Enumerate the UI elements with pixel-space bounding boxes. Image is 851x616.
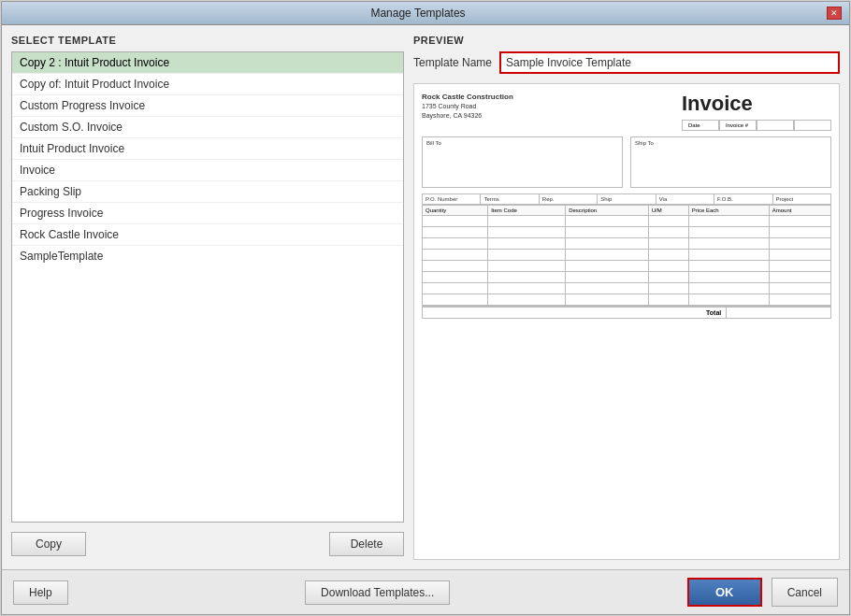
- download-templates-button[interactable]: Download Templates...: [305, 580, 450, 605]
- table-cell: [688, 250, 769, 261]
- close-button[interactable]: ✕: [827, 7, 842, 20]
- table-cell: [688, 238, 769, 250]
- bottom-center: Download Templates...: [305, 580, 450, 605]
- date-cell: Date: [682, 120, 719, 131]
- table-cell: [423, 227, 488, 238]
- table-row: [423, 238, 831, 250]
- template-list-item[interactable]: Invoice: [12, 160, 403, 181]
- right-panel: PREVIEW Template Name Rock Castle Constr…: [413, 35, 840, 560]
- template-name-row: Template Name: [413, 51, 840, 74]
- table-cell: [566, 238, 649, 250]
- table-header-cell: U/M: [648, 206, 688, 216]
- table-cell: [566, 227, 649, 238]
- invoice-title: Invoice: [682, 92, 831, 116]
- table-cell: [648, 250, 688, 261]
- table-cell: [488, 216, 566, 227]
- total-value: [727, 308, 830, 318]
- main-content: SELECT TEMPLATE Copy 2 : Intuit Product …: [2, 25, 849, 569]
- company-name: Rock Castle Construction: [422, 93, 513, 101]
- copy-button[interactable]: Copy: [11, 532, 86, 556]
- ok-button[interactable]: OK: [687, 578, 762, 607]
- table-cell: [423, 261, 488, 272]
- table-cell: [688, 294, 769, 306]
- table-cell: [566, 216, 649, 227]
- preview-label: PREVIEW: [413, 35, 840, 46]
- left-buttons: Copy Delete: [11, 528, 404, 560]
- bill-to-box: Bill To: [422, 136, 623, 188]
- template-list[interactable]: Copy 2 : Intuit Product InvoiceCopy of: …: [11, 51, 404, 523]
- template-list-item[interactable]: Progress Invoice: [12, 203, 403, 224]
- date-invoice-row: Date Invoice #: [682, 120, 831, 131]
- table-row: [423, 272, 831, 283]
- ship-to-label: Ship To: [635, 140, 827, 146]
- table-cell: [488, 227, 566, 238]
- table-cell: [488, 250, 566, 261]
- table-cell: [688, 272, 769, 283]
- cancel-button[interactable]: Cancel: [772, 578, 838, 607]
- table-header-cell: Item Code: [488, 206, 566, 216]
- table-cell: [423, 283, 488, 294]
- template-name-label: Template Name: [413, 56, 492, 69]
- template-list-item[interactable]: Custom Progress Invoice: [12, 95, 403, 117]
- table-cell: [769, 261, 830, 272]
- delete-button[interactable]: Delete: [329, 532, 404, 556]
- table-cell: [769, 294, 830, 306]
- table-cell: [688, 216, 769, 227]
- table-cell: [648, 294, 688, 306]
- invoice-field-cell: Terms: [481, 194, 539, 204]
- template-name-input[interactable]: [499, 51, 840, 74]
- template-list-item[interactable]: Intuit Product Invoice: [12, 138, 403, 160]
- table-cell: [423, 238, 488, 250]
- template-list-item[interactable]: Copy 2 : Intuit Product Invoice: [12, 52, 403, 74]
- company-city: Bayshore, CA 94326: [422, 112, 482, 119]
- template-list-item[interactable]: Copy of: Intuit Product Invoice: [12, 74, 403, 95]
- help-button[interactable]: Help: [13, 580, 68, 605]
- template-list-item[interactable]: Packing Slip: [12, 181, 403, 203]
- invoice-total-row: Total: [422, 306, 831, 319]
- total-label: Total: [423, 308, 727, 318]
- table-header-cell: Amount: [769, 206, 830, 216]
- table-header-cell: Quantity: [423, 206, 488, 216]
- table-header-cell: Description: [566, 206, 649, 216]
- table-cell: [423, 216, 488, 227]
- table-cell: [423, 272, 488, 283]
- date-value-cell: [757, 120, 794, 131]
- template-list-item[interactable]: Rock Castle Invoice: [12, 224, 403, 246]
- invoice-header: Rock Castle Construction 1735 County Roa…: [422, 92, 831, 131]
- table-cell: [488, 272, 566, 283]
- invoice-field-cell: Rep.: [540, 194, 598, 204]
- template-list-item[interactable]: Custom S.O. Invoice: [12, 117, 403, 138]
- invoice-field-cell: Ship: [598, 194, 656, 204]
- invoice-field-cell: Via: [656, 194, 714, 204]
- manage-templates-dialog: Manage Templates ✕ SELECT TEMPLATE Copy …: [1, 1, 850, 615]
- table-cell: [648, 227, 688, 238]
- table-cell: [769, 238, 830, 250]
- table-cell: [566, 261, 649, 272]
- title-bar: Manage Templates ✕: [2, 2, 849, 25]
- company-info: Rock Castle Construction 1735 County Roa…: [422, 92, 513, 121]
- template-list-item[interactable]: SampleTemplate: [12, 246, 403, 266]
- table-cell: [769, 283, 830, 294]
- table-cell: [769, 216, 830, 227]
- table-cell: [566, 272, 649, 283]
- table-row: [423, 216, 831, 227]
- bottom-bar: Help Download Templates... OK Cancel: [2, 569, 849, 614]
- invoice-field-cell: P.O. Number: [423, 194, 481, 204]
- table-cell: [648, 216, 688, 227]
- table-cell: [648, 283, 688, 294]
- ship-to-box: Ship To: [630, 136, 831, 188]
- table-cell: [648, 261, 688, 272]
- table-row: [423, 261, 831, 272]
- invoice-num-cell: Invoice #: [719, 120, 757, 131]
- table-cell: [566, 283, 649, 294]
- company-address: 1735 County Road: [422, 103, 476, 109]
- table-cell: [488, 261, 566, 272]
- bill-ship-row: Bill To Ship To: [422, 136, 831, 188]
- table-cell: [566, 250, 649, 261]
- invoice-field-cell: F.O.B.: [714, 194, 772, 204]
- table-header-cell: Price Each: [688, 206, 769, 216]
- table-row: [423, 250, 831, 261]
- invoice-title-area: Invoice Date Invoice #: [682, 92, 831, 131]
- invoice-fields-row: P.O. NumberTermsRep.ShipViaF.O.B.Project: [422, 193, 831, 205]
- table-row: [423, 283, 831, 294]
